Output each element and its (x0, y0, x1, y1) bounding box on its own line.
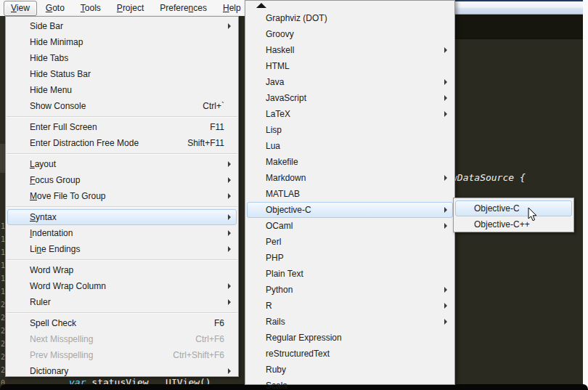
submenu-arrow-icon (228, 214, 231, 220)
syntax-item-rails[interactable]: Rails (247, 314, 453, 330)
syntax-item-matlab[interactable]: MATLAB (247, 186, 453, 202)
submenu-arrow-icon (444, 303, 447, 309)
syntax-item-latex[interactable]: LaTeX (247, 106, 453, 122)
syntax-item-makefile[interactable]: Makefile (247, 154, 453, 170)
submenu-arrow-icon (228, 161, 231, 167)
submenu-arrow-icon (228, 177, 231, 183)
submenu-arrow-icon (228, 283, 231, 289)
editor-gutter-patch (0, 144, 5, 173)
menu-item-label: Ruler (8, 297, 51, 307)
menu-item-shortcut: Ctrl+` (203, 101, 236, 111)
view-menu-item-move-file-to-group[interactable]: Move File To Group (7, 188, 237, 204)
menu-separator (7, 312, 237, 314)
syntax-item-r[interactable]: R (247, 298, 453, 314)
syntax-item-php[interactable]: PHP (247, 250, 453, 266)
menu-item-label: Markdown (248, 173, 306, 183)
menubar-item-help[interactable]: Help (216, 1, 248, 16)
syntax-item-java[interactable]: Java (247, 74, 453, 90)
menu-item-label: Python (248, 285, 293, 295)
menu-separator (7, 259, 237, 261)
syntax-item-javascript[interactable]: JavaScript (247, 90, 453, 106)
menu-item-label: Move File To Group (8, 191, 106, 201)
view-menu-item-next-misspelling: Next MisspellingCtrl+F6 (7, 331, 237, 347)
syntax-item-html[interactable]: HTML (247, 58, 453, 74)
menu-item-label: Project (117, 3, 144, 13)
menu-separator (7, 116, 237, 118)
syntax-item-lua[interactable]: Lua (247, 138, 453, 154)
menubar-item-project[interactable]: Project (110, 1, 151, 16)
menu-item-label: Line Endings (8, 244, 80, 254)
view-menu-item-side-bar[interactable]: Side Bar (7, 18, 237, 34)
syntax-item-ruby[interactable]: Ruby (247, 362, 453, 378)
view-menu-item-syntax[interactable]: Syntax (7, 209, 237, 225)
menu-item-label: OCaml (248, 221, 293, 231)
menu-item-label: Tools (81, 3, 101, 13)
window-titlebar-fragment (454, 0, 584, 15)
view-menu-item-spell-check[interactable]: Spell CheckF6 (7, 315, 237, 331)
view-menu-item-line-endings[interactable]: Line Endings (7, 241, 237, 257)
view-menu-item-indentation[interactable]: Indentation (7, 225, 237, 241)
menu-item-label: Java (248, 77, 284, 87)
menu-item-label: Word Wrap Column (8, 281, 106, 291)
syntax-item-scala[interactable]: Scala (247, 378, 453, 390)
submenu-arrow-icon (444, 287, 447, 293)
editor-code-line: wDataSource { (452, 172, 526, 183)
submenu-arrow-icon (444, 95, 447, 101)
menu-item-label: Objective-C (248, 205, 311, 215)
menu-item-label: Hide Tabs (8, 53, 68, 63)
menu-item-shortcut: Shift+F11 (187, 138, 236, 148)
syntax-item-python[interactable]: Python (247, 282, 453, 298)
syntax-item-lisp[interactable]: Lisp (247, 122, 453, 138)
syntax-item-objective-c[interactable]: Objective-C (247, 202, 453, 218)
syntax-item-markdown[interactable]: Markdown (247, 170, 453, 186)
view-menu-item-enter-distraction-free-mode[interactable]: Enter Distraction Free ModeShift+F11 (7, 135, 237, 151)
view-menu-item-hide-status-bar[interactable]: Hide Status Bar (7, 66, 237, 82)
view-menu-item-focus-group[interactable]: Focus Group (7, 172, 237, 188)
menubar-item-preferences[interactable]: Preferences (152, 1, 214, 16)
menu-item-label: HTML (248, 61, 290, 71)
syntax-item-groovy[interactable]: Groovy (247, 26, 453, 42)
view-menu-item-hide-minimap[interactable]: Hide Minimap (7, 34, 237, 50)
view-menu-item-show-console[interactable]: Show ConsoleCtrl+` (7, 98, 237, 114)
menu-separator (7, 206, 237, 208)
view-menu-item-word-wrap-column[interactable]: Word Wrap Column (7, 278, 237, 294)
flyout-item-objective-c[interactable]: Objective-C (455, 200, 572, 216)
menu-item-label: Makefile (248, 157, 298, 167)
view-menu-item-hide-tabs[interactable]: Hide Tabs (7, 50, 237, 66)
syntax-item-perl[interactable]: Perl (247, 234, 453, 250)
menu-item-label: Graphviz (DOT) (248, 13, 327, 23)
menu-item-label: Rails (248, 317, 285, 327)
submenu-arrow-icon (444, 79, 447, 85)
menu-item-label: Plain Text (248, 269, 303, 279)
menu-item-label: Side Bar (8, 21, 63, 31)
menu-item-label: Lua (248, 141, 280, 151)
flyout-item-objective-c[interactable]: Objective-C++ (455, 216, 572, 232)
menu-item-label: Layout (8, 159, 56, 169)
menubar-item-view[interactable]: View (4, 1, 37, 16)
view-menu-item-enter-full-screen[interactable]: Enter Full ScreenF11 (7, 119, 237, 135)
menu-item-label: Objective-C (456, 203, 520, 214)
view-menu-item-dictionary[interactable]: Dictionary (7, 363, 237, 379)
menu-item-label: View (11, 3, 30, 13)
submenu-arrow-icon (444, 47, 447, 53)
submenu-arrow-icon (228, 368, 231, 374)
view-menu-item-ruler[interactable]: Ruler (7, 294, 237, 310)
syntax-item-graphviz-dot[interactable]: Graphviz (DOT) (247, 10, 453, 26)
syntax-item-ocaml[interactable]: OCaml (247, 218, 453, 234)
view-menu-item-word-wrap[interactable]: Word Wrap (7, 262, 237, 278)
submenu-arrow-icon (444, 175, 447, 181)
menubar-item-tools[interactable]: Tools (73, 1, 108, 16)
menu-item-label: Ruby (248, 365, 286, 375)
menu-item-label: Preferences (160, 3, 207, 13)
view-menu: Side BarHide MinimapHide TabsHide Status… (5, 16, 239, 377)
menubar-item-goto[interactable]: Goto (38, 1, 72, 16)
syntax-item-restructuredtext[interactable]: reStructuredText (247, 346, 453, 362)
menu-item-label: Word Wrap (8, 265, 73, 275)
syntax-item-plain-text[interactable]: Plain Text (247, 266, 453, 282)
submenu-scroll-up-row[interactable] (245, 1, 454, 10)
syntax-item-haskell[interactable]: Haskell (247, 42, 453, 58)
menu-item-label: Lisp (248, 125, 282, 135)
syntax-item-regular-expression[interactable]: Regular Expression (247, 330, 453, 346)
view-menu-item-hide-menu[interactable]: Hide Menu (7, 82, 237, 98)
view-menu-item-layout[interactable]: Layout (7, 156, 237, 172)
